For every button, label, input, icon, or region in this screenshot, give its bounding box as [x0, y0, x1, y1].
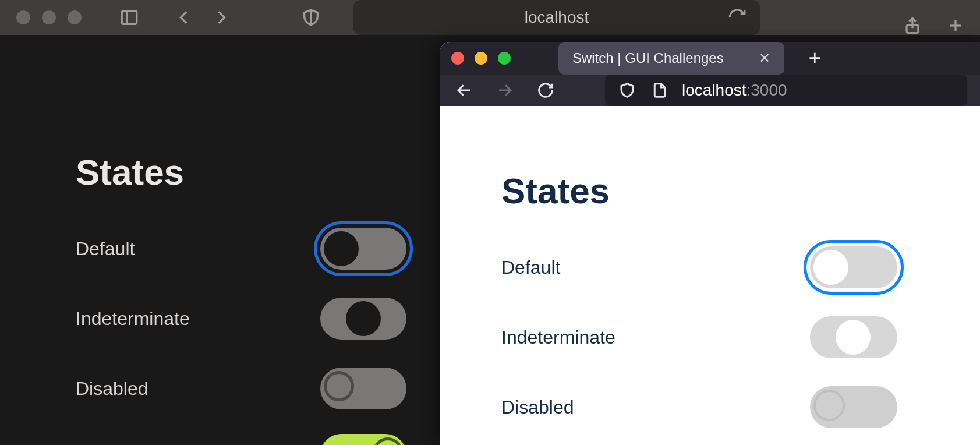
- label-indeterminate: Indeterminate: [76, 308, 190, 330]
- close-tab-icon[interactable]: ✕: [759, 50, 770, 66]
- shield-icon[interactable]: [617, 80, 638, 101]
- page-title: States: [501, 170, 980, 211]
- reload-icon[interactable]: [724, 5, 750, 30]
- browser-tab[interactable]: Switch | GUI Challenges ✕: [558, 42, 784, 75]
- url-host: localhost: [682, 81, 747, 99]
- label-disabled: Disabled: [76, 378, 148, 400]
- switch-disabled: [810, 386, 897, 428]
- safari-address-bar[interactable]: localhost: [353, 0, 760, 35]
- state-row-default: Default: [501, 246, 897, 288]
- safari-url-text: localhost: [525, 8, 589, 27]
- traffic-minimize-icon[interactable]: [475, 52, 487, 65]
- new-tab-icon[interactable]: [943, 13, 968, 38]
- sidebar-toggle-icon[interactable]: [116, 5, 142, 30]
- firefox-tab-strip: Switch | GUI Challenges ✕ +: [440, 42, 980, 75]
- firefox-page-content: States Default Indeterminate Disabled: [440, 106, 980, 445]
- switch-default[interactable]: [320, 228, 406, 270]
- reload-icon[interactable]: [535, 80, 556, 101]
- label-disabled: Disabled: [501, 397, 574, 418]
- back-icon[interactable]: [171, 5, 197, 30]
- traffic-zoom-icon[interactable]: [498, 52, 511, 65]
- safari-toolbar: localhost: [0, 0, 980, 35]
- switch-thumb: [813, 250, 848, 285]
- state-row-checked-partial: [76, 434, 406, 445]
- switch-default[interactable]: [810, 246, 897, 288]
- switch-thumb: [324, 371, 354, 401]
- switch-checked[interactable]: [320, 434, 406, 445]
- state-row-indeterminate: Indeterminate: [76, 298, 406, 340]
- traffic-close-icon[interactable]: [16, 10, 30, 24]
- label-indeterminate: Indeterminate: [501, 327, 615, 348]
- url-text: localhost:3000: [682, 81, 787, 100]
- back-icon[interactable]: [454, 80, 475, 101]
- state-row-disabled: Disabled: [76, 368, 406, 409]
- forward-icon: [494, 80, 515, 101]
- traffic-close-icon[interactable]: [451, 52, 464, 65]
- new-tab-icon[interactable]: +: [809, 46, 821, 70]
- switch-thumb: [836, 320, 871, 355]
- share-icon[interactable]: [900, 13, 925, 38]
- switch-indeterminate[interactable]: [810, 316, 897, 358]
- page-info-icon[interactable]: [649, 80, 670, 101]
- forward-icon[interactable]: [208, 5, 234, 30]
- label-default: Default: [501, 257, 560, 278]
- switch-thumb: [813, 390, 845, 421]
- privacy-shield-icon[interactable]: [298, 5, 324, 30]
- svg-rect-0: [122, 11, 137, 24]
- firefox-nav-toolbar: localhost:3000: [440, 75, 980, 106]
- label-default: Default: [76, 238, 135, 260]
- traffic-minimize-icon[interactable]: [42, 10, 56, 24]
- traffic-zoom-icon[interactable]: [68, 10, 82, 24]
- tab-title: Switch | GUI Challenges: [572, 50, 724, 66]
- url-port: :3000: [747, 81, 787, 99]
- switch-disabled: [320, 368, 406, 409]
- switch-indeterminate[interactable]: [320, 298, 406, 340]
- firefox-traffic-lights[interactable]: [451, 52, 511, 65]
- switch-thumb: [346, 301, 381, 336]
- switch-thumb: [373, 437, 403, 445]
- state-row-default: Default: [76, 228, 406, 270]
- switch-thumb: [324, 231, 359, 266]
- state-row-indeterminate: Indeterminate: [501, 316, 897, 358]
- safari-nav-buttons: [171, 5, 234, 30]
- safari-traffic-lights[interactable]: [16, 10, 82, 24]
- firefox-address-bar[interactable]: localhost:3000: [605, 75, 967, 106]
- state-row-disabled: Disabled: [501, 386, 897, 428]
- firefox-window: Switch | GUI Challenges ✕ + localhost:30…: [440, 42, 980, 445]
